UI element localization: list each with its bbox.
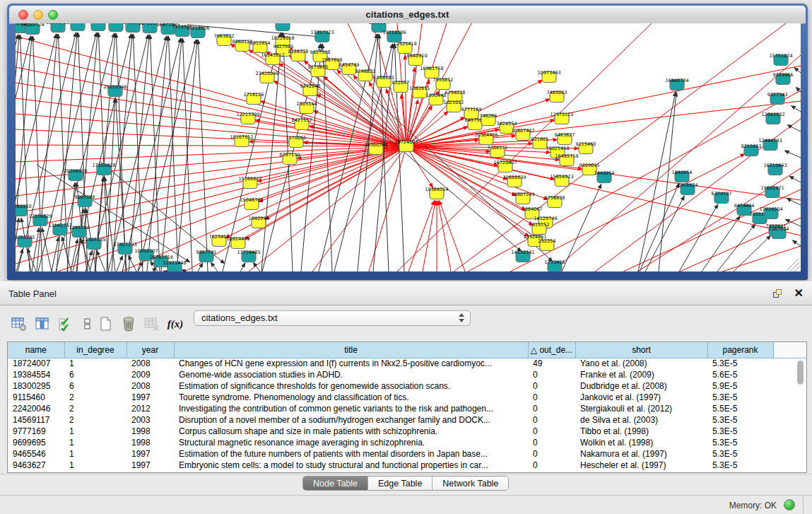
panel-divider bbox=[0, 474, 812, 474]
scrollbar-thumb[interactable] bbox=[797, 361, 804, 385]
graph-node-label: 20891406 bbox=[46, 23, 69, 25]
graph-node-label: 8454749 bbox=[339, 62, 360, 68]
graph-node-label: 12156829 bbox=[28, 214, 52, 219]
delete-column-icon[interactable] bbox=[119, 315, 138, 333]
graph-node-label: 1440954 bbox=[594, 170, 615, 176]
graph-edge bbox=[794, 67, 801, 73]
resize-grip-icon[interactable] bbox=[791, 262, 799, 271]
graph-node-label: 18640910 bbox=[404, 53, 427, 59]
column-chooser-icon[interactable] bbox=[33, 315, 52, 333]
graph-node-label: 17016504 bbox=[759, 206, 782, 212]
table-cell: 2008 bbox=[126, 358, 174, 369]
table-cell: 5.3E-5 bbox=[707, 426, 773, 437]
column-header[interactable]: short bbox=[575, 342, 707, 358]
table-cell: 1 bbox=[64, 358, 126, 369]
column-header[interactable]: △ out_de... bbox=[528, 342, 575, 358]
graph-edge bbox=[679, 204, 718, 271]
table-row[interactable]: 946554611997Estimation of the future num… bbox=[8, 448, 807, 460]
graph-node-label: 12975115 bbox=[550, 112, 573, 117]
table-cell: Structural magnetic resonance image aver… bbox=[174, 437, 528, 448]
window-title: citations_edges.txt bbox=[9, 9, 806, 20]
table-cell: 1 bbox=[64, 437, 126, 448]
graph-edge bbox=[722, 246, 801, 271]
graph-edge bbox=[792, 240, 801, 246]
tab-edge-table[interactable]: Edge Table bbox=[368, 477, 433, 490]
graph-node-label: 14120746 bbox=[534, 216, 557, 221]
graph-node-label: 15218506 bbox=[186, 25, 209, 31]
select-check-icon[interactable] bbox=[57, 315, 75, 333]
table-cell: 5.3E-5 bbox=[707, 448, 773, 460]
table-cell: 9463627 bbox=[8, 460, 64, 471]
tab-node-table[interactable]: Node Table bbox=[303, 477, 368, 490]
graph-node-label: 9884067 bbox=[522, 206, 543, 212]
function-builder-icon[interactable]: f(x) bbox=[166, 315, 184, 333]
table-row[interactable]: 1938455462009Genome-wide association stu… bbox=[8, 369, 807, 380]
table-row[interactable]: 1830029562008Estimation of significance … bbox=[8, 380, 807, 392]
graph-edge bbox=[789, 176, 801, 182]
graph-node-label: 16210643 bbox=[763, 163, 787, 168]
table-settings-icon[interactable] bbox=[10, 315, 28, 333]
graph-node[interactable] bbox=[276, 23, 290, 31]
table-row[interactable]: 911546021997Tourette syndrome. Phenomeno… bbox=[8, 392, 807, 403]
graph-node-label: 10973493 bbox=[537, 70, 560, 76]
table-cell: 0 bbox=[528, 369, 575, 380]
table-source-select[interactable]: citations_edges.txt bbox=[194, 310, 471, 326]
table-cell: Dudbridge et al. (2008) bbox=[575, 380, 707, 392]
graph-node-label: 9242848 bbox=[300, 83, 321, 89]
graph-node-label: 1362615 bbox=[410, 86, 430, 91]
table-row[interactable]: 1456911722003Disruption of a novel membe… bbox=[8, 414, 807, 426]
graph-node-label: 16648784 bbox=[665, 78, 688, 83]
graph-edge bbox=[734, 235, 771, 271]
network-canvas[interactable]: 1872400718300295193845547963822886012889… bbox=[16, 23, 801, 271]
graph-node-label: 9827508 bbox=[310, 49, 331, 55]
graph-node-label: 1167534 bbox=[769, 226, 789, 232]
graph-node-label: 9227343 bbox=[767, 92, 788, 98]
table-cell: 9115460 bbox=[8, 392, 64, 403]
graph-node-label: 12444193 bbox=[758, 138, 782, 144]
graph-node-label: 2803144 bbox=[297, 101, 317, 107]
tab-network-table[interactable]: Network Table bbox=[433, 477, 508, 490]
graph-node-label: 18724007 bbox=[394, 139, 418, 145]
close-panel-icon[interactable]: ✕ bbox=[794, 286, 804, 300]
graph-node[interactable] bbox=[91, 23, 105, 31]
table-cell: Franke et al. (2009) bbox=[575, 369, 707, 380]
table-type-tabs: Node TableEdge TableNetwork Table bbox=[302, 476, 509, 491]
graph-node[interactable] bbox=[71, 23, 85, 31]
table-row[interactable]: 1872400712008Changes of HCN gene express… bbox=[8, 358, 807, 369]
table-row[interactable]: 977716911998Corpus callosum shape and si… bbox=[8, 426, 807, 437]
table-cell: 0 bbox=[528, 392, 575, 403]
graph-edge bbox=[791, 105, 801, 112]
column-header[interactable]: title bbox=[174, 342, 528, 358]
graph-node-label: 8427552 bbox=[292, 117, 312, 123]
table-scrollbar[interactable] bbox=[796, 359, 805, 471]
window-titlebar[interactable]: citations_edges.txt bbox=[9, 6, 806, 24]
float-panel-icon[interactable] bbox=[772, 288, 784, 300]
column-header[interactable]: year bbox=[126, 342, 174, 358]
table-row[interactable]: 969969511998Structural magnetic resonanc… bbox=[8, 437, 807, 448]
table-cell: 22420046 bbox=[8, 403, 64, 414]
graph-node-label: 12923448 bbox=[163, 260, 186, 266]
graph-node-label: 10688639 bbox=[502, 175, 526, 180]
table-cell: 0 bbox=[528, 448, 575, 460]
graph-edge bbox=[240, 263, 245, 271]
graph-node-label: 1990448 bbox=[426, 93, 447, 98]
graph-node-label: 7963822 bbox=[214, 33, 235, 39]
node-table: namein_degreeyeartitle△ out_de...shortpa… bbox=[7, 341, 807, 473]
graph-edge bbox=[510, 153, 745, 271]
table-cell: Tibbo et al. (1998) bbox=[575, 426, 707, 437]
table-cell: Wolkin et al. (1998) bbox=[575, 437, 707, 448]
table-cell: 5.3E-5 bbox=[707, 392, 773, 403]
graph-node-label: 3624554 bbox=[497, 121, 517, 127]
column-header[interactable]: pagerank bbox=[707, 342, 773, 358]
table-row[interactable]: 946362711997Embryonic stem cells: a mode… bbox=[8, 460, 807, 471]
column-header[interactable]: in_degree bbox=[64, 342, 126, 358]
graph-node-label: 19384554 bbox=[425, 187, 448, 192]
row-stack-icon[interactable] bbox=[80, 315, 91, 333]
statusbar-divider bbox=[803, 496, 804, 514]
column-header[interactable]: name bbox=[8, 342, 64, 358]
table-row[interactable]: 2242004622012Investigating the contribut… bbox=[8, 403, 807, 414]
new-table-icon[interactable] bbox=[96, 315, 114, 333]
graph-node-label: 10958107 bbox=[134, 248, 158, 254]
table-cell: 9699695 bbox=[8, 437, 64, 448]
graph-node-label: 12093832 bbox=[761, 112, 784, 117]
